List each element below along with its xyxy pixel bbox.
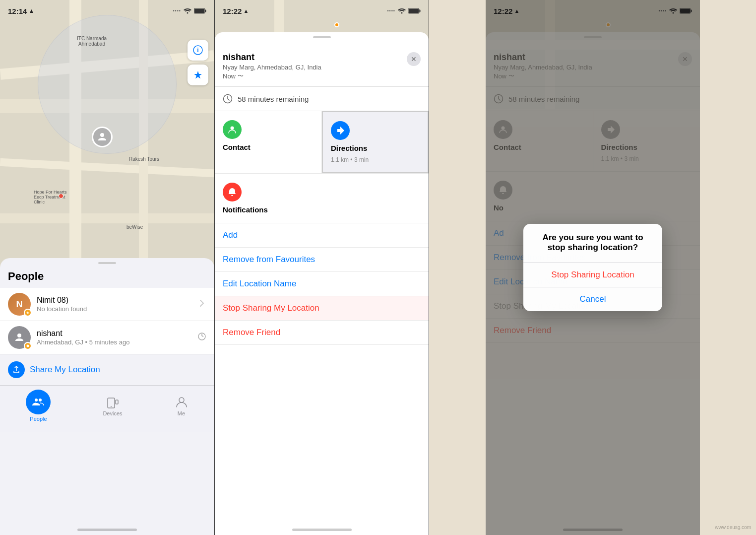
- contact-icon-2: [223, 120, 242, 139]
- tab-me-label: Me: [178, 410, 185, 416]
- info-button[interactable]: i: [188, 40, 208, 61]
- svg-point-1: [187, 12, 189, 14]
- stop-sharing-confirm-button[interactable]: Stop Sharing Location: [523, 263, 662, 287]
- actions-grid-2: Contact Directions 1.1 km • 3 min: [215, 111, 429, 174]
- user-location-pin: [92, 127, 113, 147]
- remove-favourites-link-2[interactable]: Remove from Favourites: [215, 248, 429, 272]
- svg-point-0: [100, 133, 104, 137]
- sheet-time-2: Now 〜: [223, 72, 421, 80]
- alert-title: Are you sure you want to stop sharing lo…: [523, 224, 662, 257]
- people-section-title: People: [0, 270, 214, 288]
- nimit-name: Nimit 08): [37, 296, 197, 305]
- map-pin-red: [59, 194, 63, 199]
- alert-dialog: Are you sure you want to stop sharing lo…: [523, 224, 662, 311]
- map-label-itc: ITC NarmadaAhmedabad: [77, 36, 107, 47]
- bottom-panel-1: People N Nimit 08) No location found: [0, 258, 214, 535]
- nishant-sub: Ahmedabad, GJ • 5 minutes ago: [37, 338, 197, 346]
- svg-point-14: [179, 398, 184, 402]
- timer-row-2: 58 minutes remaining: [215, 87, 429, 111]
- share-location-icon: [8, 361, 25, 378]
- timer-text-2: 58 minutes remaining: [238, 95, 309, 103]
- map-controls: i: [188, 40, 208, 85]
- directions-icon-2: [331, 121, 350, 140]
- person-info-nimit: Nimit 08) No location found: [37, 296, 197, 313]
- directions-sub-2: 1.1 km • 3 min: [331, 156, 369, 163]
- wifi-icon-2: [398, 8, 406, 14]
- notifications-label-2: Notifications: [223, 205, 268, 214]
- status-icons-1: ••••: [173, 8, 206, 14]
- notifications-cell-2[interactable]: Notifications: [215, 174, 429, 223]
- map-background: ITC NarmadaAhmedabad Rakesh Tours Hope F…: [0, 0, 214, 288]
- cancel-button[interactable]: Cancel: [523, 287, 662, 311]
- location-button[interactable]: [188, 65, 208, 85]
- sheet-header-2: nishant Nyay Marg, Ahmedabad, GJ, India …: [215, 44, 429, 87]
- svg-rect-3: [205, 10, 206, 12]
- svg-point-13: [111, 406, 112, 407]
- tab-me[interactable]: Me: [175, 395, 189, 416]
- map-pin-orange-2: [334, 22, 339, 27]
- sheet-address-2: Nyay Marg, Ahmedabad, GJ, India: [223, 64, 421, 71]
- svg-text:i: i: [197, 47, 198, 54]
- action-contact-2[interactable]: Contact: [215, 111, 321, 173]
- tab-devices-label: Devices: [103, 410, 122, 416]
- screen1: ITC NarmadaAhmedabad Rakesh Tours Hope F…: [0, 0, 214, 535]
- battery-icon-1: [194, 8, 206, 14]
- svg-point-7: [17, 334, 21, 337]
- avatar-nishant: [8, 326, 31, 349]
- svg-point-9: [35, 399, 38, 401]
- svg-point-8: [27, 345, 29, 347]
- person-row-nimit[interactable]: N Nimit 08) No location found: [0, 288, 214, 321]
- home-indicator-2: [292, 529, 352, 531]
- remove-friend-link-2[interactable]: Remove Friend: [215, 321, 429, 345]
- signal-dots: ••••: [173, 8, 181, 13]
- nimit-action-icon: [197, 299, 206, 310]
- share-location-row[interactable]: Share My Location: [0, 354, 214, 385]
- svg-point-15: [401, 12, 403, 14]
- wifi-icon-1: [184, 8, 191, 14]
- action-directions-2[interactable]: Directions 1.1 km • 3 min: [322, 111, 429, 173]
- person-row-nishant[interactable]: nishant Ahmedabad, GJ • 5 minutes ago: [0, 321, 214, 354]
- share-location-label: Share My Location: [30, 365, 100, 375]
- sheet-panel-2: nishant Nyay Marg, Ahmedabad, GJ, India …: [215, 32, 429, 535]
- status-bar-2: 12:22 ▲ ••••: [215, 0, 429, 22]
- nishant-name: nishant: [37, 329, 197, 338]
- people-tab-icon: [26, 390, 51, 414]
- tab-people[interactable]: People: [26, 390, 51, 422]
- screen3-inner: 12:22 ▲ •••• nishant Nya: [486, 0, 700, 535]
- stop-sharing-link-2[interactable]: Stop Sharing My Location: [215, 296, 429, 321]
- edit-location-link-2[interactable]: Edit Location Name: [215, 272, 429, 296]
- status-icons-2: ••••: [387, 8, 421, 14]
- close-button-2[interactable]: ✕: [407, 52, 421, 66]
- status-bar-1: 12:14 ▲ ••••: [0, 0, 214, 22]
- svg-rect-12: [116, 400, 118, 404]
- tab-devices[interactable]: Devices: [103, 395, 122, 416]
- location-arrow-icon-2: ▲: [243, 8, 249, 14]
- alert-overlay: Are you sure you want to stop sharing lo…: [486, 0, 700, 535]
- sheet-person-name-2: nishant: [223, 52, 421, 63]
- map-label-rakesh: Rakesh Tours: [129, 156, 159, 162]
- add-link-2[interactable]: Add: [215, 223, 429, 248]
- svg-rect-18: [409, 9, 419, 13]
- svg-point-10: [39, 399, 42, 401]
- location-arrow-icon-1: ▲: [28, 7, 34, 14]
- nimit-badge: [24, 309, 32, 317]
- signal-dots-2: ••••: [387, 8, 395, 13]
- tab-people-label: People: [30, 416, 47, 422]
- timer-icon-2: [223, 94, 233, 104]
- tab-bar-1: People Devices Me: [0, 385, 214, 432]
- time-display-2: 12:22: [223, 7, 242, 15]
- drag-handle-2: [313, 36, 331, 38]
- map-label-bewise: beWise: [126, 224, 143, 230]
- directions-label-2: Directions: [331, 144, 367, 152]
- drag-handle-1: [98, 262, 116, 264]
- home-indicator-1: [77, 529, 137, 531]
- contact-label-2: Contact: [223, 143, 251, 151]
- nimit-sub: No location found: [37, 305, 197, 313]
- battery-icon-2: [408, 8, 421, 14]
- nishant-action-icon: [197, 332, 206, 343]
- watermark: www.deusg.com: [715, 525, 751, 530]
- svg-point-20: [231, 127, 234, 130]
- svg-rect-17: [420, 10, 421, 12]
- svg-rect-4: [194, 9, 204, 13]
- screen3: 12:22 ▲ •••• nishant Nya: [429, 0, 756, 535]
